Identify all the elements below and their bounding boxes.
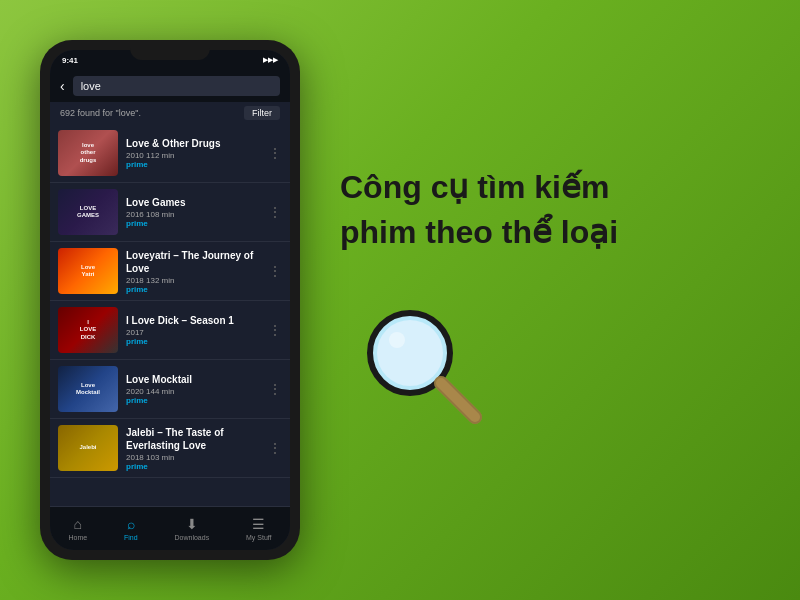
prime-badge: prime <box>126 285 260 294</box>
movie-info: I Love Dick – Season 1 2017 prime <box>126 314 260 346</box>
magnifier-icon <box>345 295 495 435</box>
movie-info: Love & Other Drugs 2010 112 min prime <box>126 137 260 169</box>
movie-info: Loveyatri – The Journey of Love 2018 132… <box>126 249 260 294</box>
right-panel: Công cụ tìm kiếm phim theo thể loại <box>300 165 760 435</box>
movie-info: Jalebi – The Taste of Everlasting Love 2… <box>126 426 260 471</box>
mystuff-icon: ☰ <box>252 516 265 532</box>
thumb-label: LoveYatri <box>58 248 118 294</box>
list-item[interactable]: ILOVEDICK I Love Dick – Season 1 2017 pr… <box>50 301 290 360</box>
promo-line1: Công cụ tìm kiếm <box>340 169 609 205</box>
nav-downloads[interactable]: ⬇ Downloads <box>175 516 210 541</box>
status-time: 9:41 <box>62 56 78 65</box>
movie-thumbnail: LoveMocktail <box>58 366 118 412</box>
back-button[interactable]: ‹ <box>60 78 65 94</box>
prime-badge: prime <box>126 160 260 169</box>
nav-mystuff[interactable]: ☰ My Stuff <box>246 516 272 541</box>
page-container: 9:41 ▶▶▶ ‹ love 692 found for "love". Fi… <box>0 0 800 600</box>
thumb-label: LOVEGAMES <box>58 189 118 235</box>
more-options-button[interactable]: ⋮ <box>268 204 282 220</box>
movie-meta: 2018 103 min <box>126 453 260 462</box>
phone-screen: 9:41 ▶▶▶ ‹ love 692 found for "love". Fi… <box>50 50 290 550</box>
thumb-label: loveotherdrugs <box>58 130 118 176</box>
search-bar: ‹ love <box>50 70 290 102</box>
more-options-button[interactable]: ⋮ <box>268 145 282 161</box>
phone-wrapper: 9:41 ▶▶▶ ‹ love 692 found for "love". Fi… <box>40 40 300 560</box>
movie-meta: 2018 132 min <box>126 276 260 285</box>
svg-point-1 <box>377 320 443 386</box>
more-options-button[interactable]: ⋮ <box>268 440 282 456</box>
movie-meta: 2017 <box>126 328 260 337</box>
svg-point-2 <box>389 332 405 348</box>
movie-thumbnail: loveotherdrugs <box>58 130 118 176</box>
magnifier-container <box>340 295 500 435</box>
movie-title: I Love Dick – Season 1 <box>126 314 260 327</box>
movie-thumbnail: LOVEGAMES <box>58 189 118 235</box>
more-options-button[interactable]: ⋮ <box>268 263 282 279</box>
home-icon: ⌂ <box>74 516 82 532</box>
movie-thumbnail: ILOVEDICK <box>58 307 118 353</box>
movie-meta: 2010 112 min <box>126 151 260 160</box>
movie-title: Loveyatri – The Journey of Love <box>126 249 260 275</box>
list-item[interactable]: LOVEGAMES Love Games 2016 108 min prime … <box>50 183 290 242</box>
movie-meta: 2020 144 min <box>126 387 260 396</box>
promo-text: Công cụ tìm kiếm phim theo thể loại <box>340 165 618 255</box>
status-icons: ▶▶▶ <box>263 56 278 64</box>
thumb-label: Jalebi <box>58 425 118 471</box>
list-item[interactable]: loveotherdrugs Love & Other Drugs 2010 1… <box>50 124 290 183</box>
more-options-button[interactable]: ⋮ <box>268 381 282 397</box>
search-input[interactable]: love <box>73 76 280 96</box>
prime-badge: prime <box>126 396 260 405</box>
movie-title: Love & Other Drugs <box>126 137 260 150</box>
search-icon: ⌕ <box>127 516 135 532</box>
prime-badge: prime <box>126 462 260 471</box>
movie-info: Love Mocktail 2020 144 min prime <box>126 373 260 405</box>
prime-badge: prime <box>126 219 260 228</box>
prime-badge: prime <box>126 337 260 346</box>
results-count: 692 found for "love". <box>60 108 141 118</box>
promo-line2: phim theo thể loại <box>340 214 618 250</box>
movie-thumbnail: LoveYatri <box>58 248 118 294</box>
movie-title: Love Mocktail <box>126 373 260 386</box>
nav-home-label: Home <box>68 534 87 541</box>
movie-meta: 2016 108 min <box>126 210 260 219</box>
nav-find[interactable]: ⌕ Find <box>124 516 138 541</box>
download-icon: ⬇ <box>186 516 198 532</box>
bottom-nav: ⌂ Home ⌕ Find ⬇ Downloads ☰ My Stuff <box>50 506 290 550</box>
list-item[interactable]: LoveYatri Loveyatri – The Journey of Lov… <box>50 242 290 301</box>
signal-icon: ▶▶▶ <box>263 56 278 64</box>
nav-downloads-label: Downloads <box>175 534 210 541</box>
nav-mystuff-label: My Stuff <box>246 534 272 541</box>
movie-title: Love Games <box>126 196 260 209</box>
results-header: 692 found for "love". Filter <box>50 102 290 124</box>
filter-button[interactable]: Filter <box>244 106 280 120</box>
movie-thumbnail: Jalebi <box>58 425 118 471</box>
svg-line-5 <box>441 383 475 417</box>
phone-outer: 9:41 ▶▶▶ ‹ love 692 found for "love". Fi… <box>40 40 300 560</box>
nav-find-label: Find <box>124 534 138 541</box>
list-item[interactable]: LoveMocktail Love Mocktail 2020 144 min … <box>50 360 290 419</box>
list-item[interactable]: Jalebi Jalebi – The Taste of Everlasting… <box>50 419 290 478</box>
movie-list: loveotherdrugs Love & Other Drugs 2010 1… <box>50 124 290 506</box>
nav-home[interactable]: ⌂ Home <box>68 516 87 541</box>
movie-info: Love Games 2016 108 min prime <box>126 196 260 228</box>
phone-notch <box>130 40 210 60</box>
thumb-label: LoveMocktail <box>58 366 118 412</box>
more-options-button[interactable]: ⋮ <box>268 322 282 338</box>
thumb-label: ILOVEDICK <box>58 307 118 353</box>
movie-title: Jalebi – The Taste of Everlasting Love <box>126 426 260 452</box>
